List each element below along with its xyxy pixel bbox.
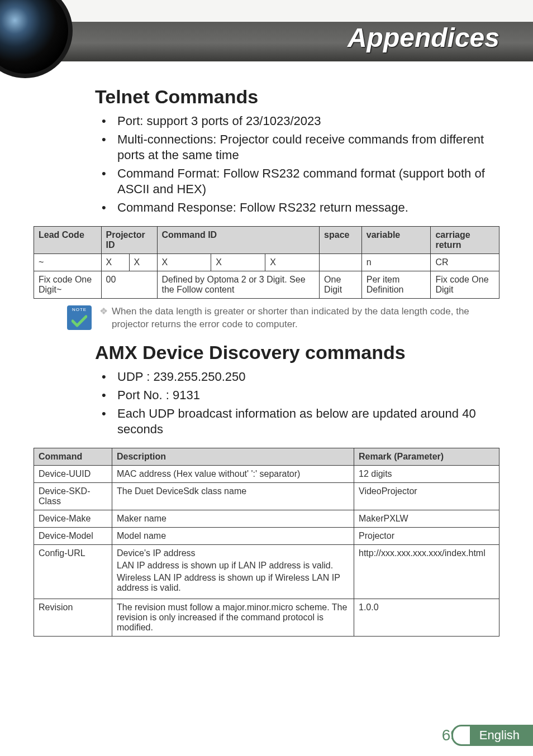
cell-remark: MakerPXLW	[354, 510, 499, 527]
cell-remark: 12 digits	[354, 465, 499, 482]
table-row: Device-UUID MAC address (Hex value witho…	[34, 465, 499, 482]
cell-desc: The revision must follow a major.minor.m…	[112, 599, 354, 636]
cell-remark: Projector	[354, 527, 499, 544]
cell: 00	[101, 271, 157, 298]
th-cr: carriage return	[431, 226, 499, 253]
amx-bullets: UDP : 239.255.250.250 Port No. : 9131 Ea…	[95, 369, 499, 437]
list-item: Port: support 3 ports of 23/1023/2023	[95, 113, 499, 130]
cell: One Digit	[320, 271, 362, 298]
table-row: Device-SKD-Class The Duet DeviceSdk clas…	[34, 482, 499, 510]
cell-cmd: Config-URL	[34, 544, 112, 599]
table-row: Device-Model Model name Projector	[34, 527, 499, 544]
th-command: Command	[34, 448, 112, 465]
th-space: space	[320, 226, 362, 253]
table-row: Fix code One Digit~ 00 Defined by Optoma…	[34, 271, 499, 298]
table-row: Device-Make Maker name MakerPXLW	[34, 510, 499, 527]
list-item: Command Response: Follow RS232 return me…	[95, 200, 499, 216]
cell-desc: Maker name	[112, 510, 354, 527]
page-body: Telnet Commands Port: support 3 ports of…	[0, 61, 533, 637]
note-icon: NOTE	[67, 305, 92, 330]
th-variable: variable	[361, 226, 431, 253]
cell-cmd: Device-UUID	[34, 465, 112, 482]
th-projector-id: Projector ID	[101, 226, 157, 253]
note-block: NOTE When the data length is greater or …	[67, 305, 499, 331]
th-lead-code: Lead Code	[34, 226, 102, 253]
cell: X	[211, 253, 265, 271]
telnet-heading: Telnet Commands	[95, 86, 499, 108]
cell: X	[265, 253, 320, 271]
telnet-bullets: Port: support 3 ports of 23/1023/2023 Mu…	[95, 113, 499, 216]
cell: ~	[34, 253, 102, 271]
th-remark: Remark (Parameter)	[354, 448, 499, 465]
note-text: When the data length is greater or short…	[99, 305, 499, 331]
cell: Fix code One Digit	[431, 271, 499, 298]
cell: X	[157, 253, 211, 271]
cell: CR	[431, 253, 499, 271]
th-command-id: Command ID	[157, 226, 320, 253]
cell	[320, 253, 362, 271]
cell-remark: http://xxx.xxx.xxx.xxx/index.html	[354, 544, 499, 599]
note-icon-label: NOTE	[67, 307, 92, 312]
cell-desc: The Duet DeviceSdk class name	[112, 482, 354, 510]
cell-cmd: Device-SKD-Class	[34, 482, 112, 510]
list-item: Each UDP broadcast information as below …	[95, 406, 499, 438]
cell-desc: Device's IP address LAN IP address is sh…	[112, 544, 354, 599]
cell-cmd: Device-Make	[34, 510, 112, 527]
desc-line: Wireless LAN IP address is shown up if W…	[117, 573, 349, 593]
cell-cmd: Device-Model	[34, 527, 112, 544]
amx-heading: AMX Device Discovery commands	[95, 342, 499, 363]
page-footer: 69 English	[442, 725, 533, 746]
cell-desc: Model name	[112, 527, 354, 544]
table-row: Config-URL Device's IP address LAN IP ad…	[34, 544, 499, 599]
table-header-row: Lead Code Projector ID Command ID space …	[34, 226, 499, 253]
table-row: ~ X X X X X n CR	[34, 253, 499, 271]
cell: n	[361, 253, 431, 271]
cell-remark: VideoProjector	[354, 482, 499, 510]
cell: Per item Definition	[361, 271, 431, 298]
th-description: Description	[112, 448, 354, 465]
cell: X	[129, 253, 157, 271]
cell: Fix code One Digit~	[34, 271, 102, 298]
header-title: Appendices	[348, 22, 499, 53]
table-header-row: Command Description Remark (Parameter)	[34, 448, 499, 465]
cell-desc: MAC address (Hex value without' ':' sepa…	[112, 465, 354, 482]
cell-remark: 1.0.0	[354, 599, 499, 636]
telnet-table: Lead Code Projector ID Command ID space …	[34, 226, 499, 299]
desc-line: Device's IP address	[117, 548, 349, 558]
cell-cmd: Revision	[34, 599, 112, 636]
table-row: Revision The revision must follow a majo…	[34, 599, 499, 636]
cell: Defined by Optoma 2 or 3 Digit. See the …	[157, 271, 320, 298]
list-item: Multi-connections: Projector could recei…	[95, 132, 499, 164]
language-tab: English	[463, 725, 533, 746]
list-item: Command Format: Follow RS232 command for…	[95, 166, 499, 198]
list-item: UDP : 239.255.250.250	[95, 369, 499, 385]
cell: X	[101, 253, 129, 271]
list-item: Port No. : 9131	[95, 387, 499, 404]
page-header: Appendices	[0, 0, 533, 61]
desc-line: LAN IP address is shown up if LAN IP add…	[117, 561, 349, 571]
amx-table: Command Description Remark (Parameter) D…	[34, 448, 499, 637]
